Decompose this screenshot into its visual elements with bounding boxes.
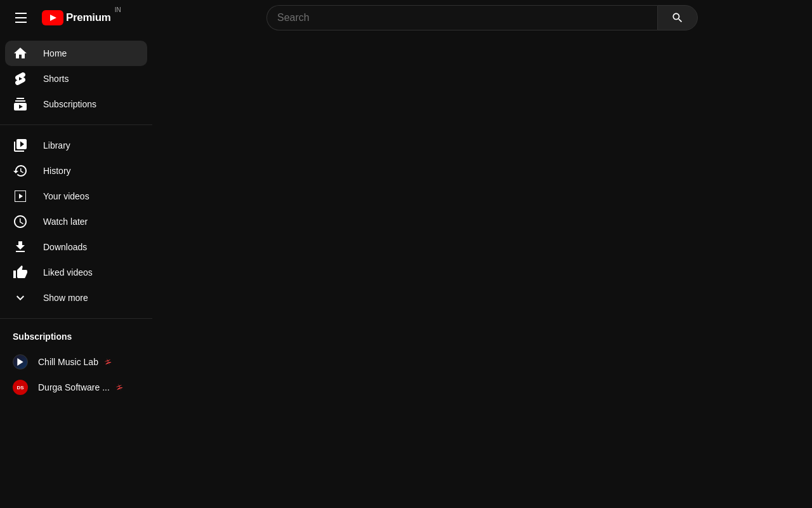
sidebar-item-library[interactable]: Library — [5, 133, 147, 158]
search-container — [251, 5, 713, 30]
chill-music-lab-name: Chill Music Lab — [38, 357, 98, 367]
library-icon — [13, 138, 28, 153]
search-button[interactable] — [657, 5, 698, 30]
show-more-icon — [13, 290, 28, 305]
show-more-label: Show more — [43, 293, 88, 303]
liked-videos-icon — [13, 265, 28, 280]
downloads-icon — [13, 239, 28, 255]
your-videos-icon — [13, 189, 28, 204]
subscription-item-durga-software[interactable]: DS Durga Software ... — [5, 375, 147, 400]
search-icon — [671, 11, 684, 24]
library-label: Library — [43, 140, 70, 150]
subscriptions-icon — [13, 97, 28, 112]
liked-videos-label: Liked videos — [43, 267, 93, 277]
your-videos-label: Your videos — [43, 191, 89, 201]
chill-music-lab-avatar — [13, 354, 28, 370]
sidebar: Home Shorts Subscriptions Library — [0, 36, 152, 508]
region-badge: IN — [115, 6, 121, 13]
history-label: History — [43, 166, 71, 176]
sidebar-item-downloads[interactable]: Downloads — [5, 234, 147, 260]
durga-software-live — [115, 383, 124, 392]
chill-music-lab-live — [103, 358, 112, 366]
history-icon — [13, 163, 28, 178]
sidebar-item-watch-later[interactable]: Watch later — [5, 209, 147, 234]
premium-label: Premium — [66, 11, 111, 24]
watch-later-icon — [13, 214, 28, 229]
logo-container: Premium IN — [42, 10, 111, 25]
durga-software-info: Durga Software ... — [38, 382, 140, 392]
sidebar-item-shorts[interactable]: Shorts — [5, 66, 147, 91]
shorts-label: Shorts — [43, 74, 69, 84]
home-icon — [13, 46, 28, 61]
header-left: Premium IN — [10, 8, 162, 28]
subscriptions-section: Subscriptions Chill Music Lab DS — [0, 326, 152, 400]
durga-software-name: Durga Software ... — [38, 382, 110, 392]
youtube-icon — [42, 10, 63, 25]
divider-1 — [0, 124, 152, 125]
sidebar-item-show-more[interactable]: Show more — [5, 285, 147, 311]
durga-software-avatar: DS — [13, 380, 28, 395]
sidebar-item-history[interactable]: History — [5, 158, 147, 184]
svg-marker-2 — [17, 358, 23, 366]
chill-music-lab-info: Chill Music Lab — [38, 357, 140, 367]
home-label: Home — [43, 48, 67, 58]
search-input[interactable] — [266, 5, 657, 30]
divider-2 — [0, 318, 152, 319]
hamburger-icon — [15, 13, 27, 23]
hamburger-button[interactable] — [10, 8, 32, 28]
youtube-logo[interactable] — [42, 10, 63, 25]
shorts-icon — [13, 71, 28, 86]
subscriptions-label: Subscriptions — [43, 99, 96, 109]
subscriptions-section-title: Subscriptions — [5, 326, 147, 347]
header: Premium IN — [0, 0, 812, 36]
subscription-item-chill-music-lab[interactable]: Chill Music Lab — [5, 349, 147, 375]
sidebar-item-home[interactable]: Home — [5, 41, 147, 66]
watch-later-label: Watch later — [43, 217, 88, 227]
downloads-label: Downloads — [43, 242, 87, 252]
main-content — [152, 36, 812, 508]
search-box — [266, 5, 698, 30]
sidebar-item-subscriptions[interactable]: Subscriptions — [5, 91, 147, 117]
sidebar-item-your-videos[interactable]: Your videos — [5, 184, 147, 209]
sidebar-item-liked-videos[interactable]: Liked videos — [5, 260, 147, 285]
